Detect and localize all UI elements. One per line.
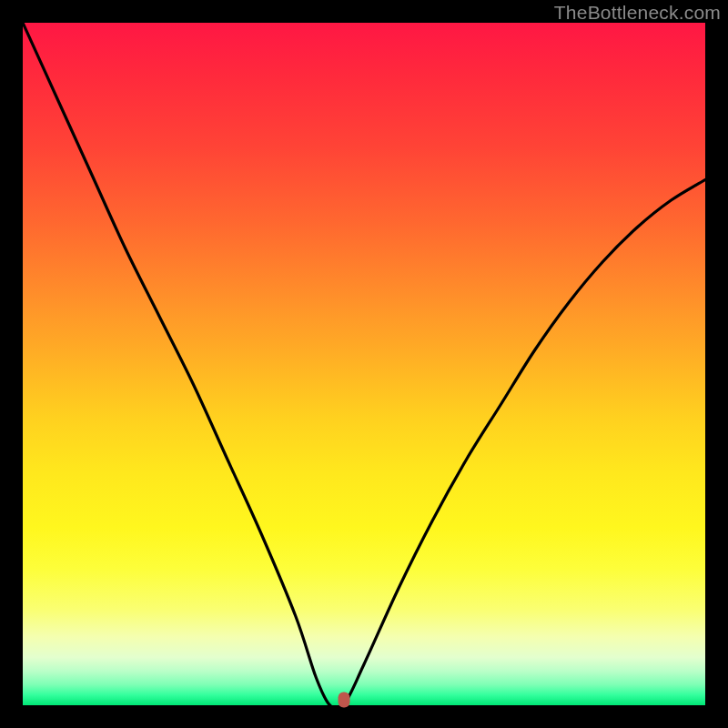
plot-area xyxy=(23,23,705,705)
bottleneck-curve xyxy=(23,23,705,705)
watermark-text: TheBottleneck.com xyxy=(554,2,721,24)
chart-stage: TheBottleneck.com xyxy=(0,0,728,728)
min-marker-icon xyxy=(338,693,349,708)
